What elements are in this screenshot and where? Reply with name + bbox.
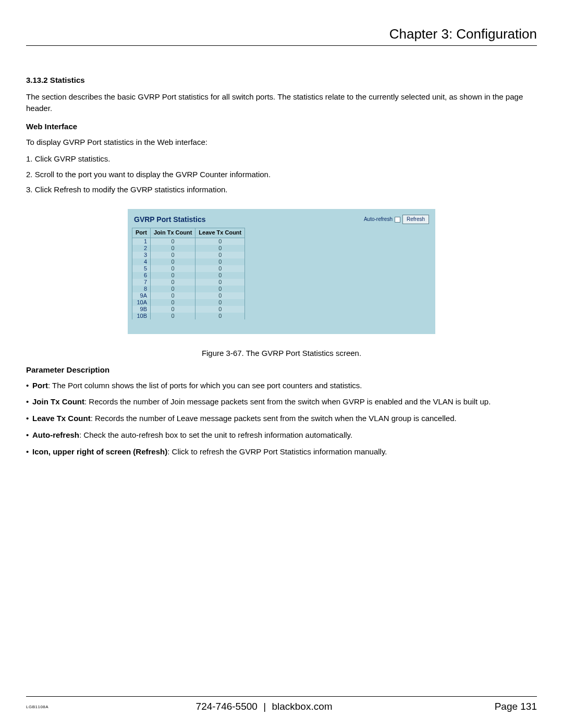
param-item: •Leave Tx Count: Records the number of L… — [26, 413, 537, 424]
leave-tx-cell: 0 — [195, 245, 245, 252]
bullet-icon: • — [26, 429, 32, 441]
leave-tx-cell: 0 — [195, 252, 245, 258]
join-tx-cell: 0 — [151, 306, 195, 313]
table-row: 500 — [132, 265, 245, 272]
bullet-icon: • — [26, 380, 32, 391]
section-heading: 3.13.2 Statistics — [26, 75, 537, 86]
bullet-icon: • — [26, 446, 32, 458]
footer-model: LGB1108A — [26, 705, 48, 709]
leave-tx-cell: 0 — [195, 258, 245, 265]
footer-sep: | — [263, 701, 266, 712]
table-row: 800 — [132, 286, 245, 292]
leave-tx-cell: 0 — [195, 286, 245, 292]
join-tx-cell: 0 — [151, 286, 195, 292]
param-text: Icon, upper right of screen (Refresh): C… — [32, 446, 537, 458]
join-tx-cell: 0 — [151, 279, 195, 286]
footer-phone: 724-746-5500 — [196, 701, 258, 712]
page-footer: LGB1108A 724-746-5500 | blackbox.com Pag… — [26, 696, 537, 712]
port-cell: 10A — [132, 299, 151, 306]
join-tx-cell: 0 — [151, 292, 195, 299]
join-tx-cell: 0 — [151, 265, 195, 272]
port-cell: 9A — [132, 292, 151, 299]
leave-tx-cell: 0 — [195, 306, 245, 313]
col-join: Join Tx Count — [151, 228, 195, 238]
port-cell: 10B — [132, 313, 151, 319]
web-interface-heading: Web Interface — [26, 121, 537, 132]
chapter-title: Chapter 3: Configuration — [26, 26, 537, 46]
web-interface-lead: To display GVRP Port statistics in the W… — [26, 137, 537, 148]
table-row: 600 — [132, 272, 245, 279]
param-text: Port: The Port column shows the list of … — [32, 380, 537, 391]
port-cell: 2 — [132, 245, 151, 252]
join-tx-cell: 0 — [151, 252, 195, 258]
footer-contact: 724-746-5500 | blackbox.com — [48, 701, 480, 712]
auto-refresh-checkbox[interactable] — [395, 217, 400, 223]
port-cell: 3 — [132, 252, 151, 258]
step-3: 3. Click Refresh to modify the GVRP stat… — [26, 184, 537, 195]
leave-tx-cell: 0 — [195, 299, 245, 306]
refresh-button[interactable]: Refresh — [402, 215, 429, 225]
port-cell: 7 — [132, 279, 151, 286]
table-row: 400 — [132, 258, 245, 265]
table-row: 200 — [132, 245, 245, 252]
table-row: 700 — [132, 279, 245, 286]
join-tx-cell: 0 — [151, 313, 195, 319]
port-cell: 8 — [132, 286, 151, 292]
leave-tx-cell: 0 — [195, 279, 245, 286]
param-text: Auto-refresh: Check the auto-refresh box… — [32, 429, 537, 441]
leave-tx-cell: 0 — [195, 292, 245, 299]
port-cell: 9B — [132, 306, 151, 313]
leave-tx-cell: 0 — [195, 272, 245, 279]
join-tx-cell: 0 — [151, 272, 195, 279]
step-1: 1. Click GVRP statistics. — [26, 153, 537, 165]
join-tx-cell: 0 — [151, 258, 195, 265]
bullet-icon: • — [26, 396, 32, 408]
join-tx-cell: 0 — [151, 299, 195, 306]
gvrp-stats-table: Port Join Tx Count Leave Tx Count 100200… — [132, 228, 245, 319]
table-row: 10B00 — [132, 313, 245, 319]
gvrp-statistics-panel: GVRP Port Statistics Auto-refresh Refres… — [128, 209, 435, 334]
port-cell: 1 — [132, 238, 151, 245]
bullet-icon: • — [26, 413, 32, 424]
table-row: 100 — [132, 238, 245, 245]
col-port: Port — [132, 228, 151, 238]
param-text: Leave Tx Count: Records the number of Le… — [32, 413, 537, 424]
join-tx-cell: 0 — [151, 238, 195, 245]
table-row: 9A00 — [132, 292, 245, 299]
parameter-description-heading: Parameter Description — [26, 364, 537, 376]
leave-tx-cell: 0 — [195, 313, 245, 319]
table-row: 300 — [132, 252, 245, 258]
table-row: 9B00 — [132, 306, 245, 313]
leave-tx-cell: 0 — [195, 265, 245, 272]
table-row: 10A00 — [132, 299, 245, 306]
param-item: •Port: The Port column shows the list of… — [26, 380, 537, 391]
footer-site: blackbox.com — [272, 701, 332, 712]
port-cell: 6 — [132, 272, 151, 279]
auto-refresh-label: Auto-refresh — [364, 216, 393, 224]
figure-caption: Figure 3-67. The GVRP Port Statistics sc… — [26, 348, 537, 359]
section-intro: The section describes the basic GVRP Por… — [26, 91, 537, 114]
port-cell: 5 — [132, 265, 151, 272]
param-item: •Auto-refresh: Check the auto-refresh bo… — [26, 429, 537, 441]
param-item: •Icon, upper right of screen (Refresh): … — [26, 446, 537, 458]
join-tx-cell: 0 — [151, 245, 195, 252]
leave-tx-cell: 0 — [195, 238, 245, 245]
param-text: Join Tx Count: Records the number of Joi… — [32, 396, 537, 408]
param-item: •Join Tx Count: Records the number of Jo… — [26, 396, 537, 408]
step-2: 2. Scroll to the port you want to displa… — [26, 169, 537, 180]
footer-page: Page 131 — [480, 701, 537, 712]
col-leave: Leave Tx Count — [195, 228, 245, 238]
port-cell: 4 — [132, 258, 151, 265]
panel-title: GVRP Port Statistics — [134, 214, 205, 225]
